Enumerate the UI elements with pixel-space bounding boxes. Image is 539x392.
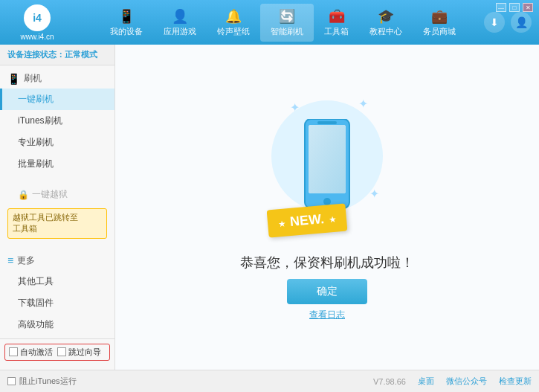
flash-section-icon: 📱 (7, 73, 20, 85)
flash-section-label: 刷机 (24, 72, 42, 85)
header: i4 www.i4.cn 📱 我的设备 👤 应用游戏 🔔 铃声壁纸 🔄 智能刷机 (0, 0, 539, 45)
jailbreak-note: 越狱工具已跳转至 工具箱 (7, 208, 107, 239)
flash-section-header[interactable]: 📱 刷机 (0, 68, 114, 89)
nav-toolbox[interactable]: 🧰 工具箱 (314, 4, 359, 42)
nav-bar: 📱 我的设备 👤 应用游戏 🔔 铃声壁纸 🔄 智能刷机 🧰 工具箱 🎓 (82, 4, 484, 42)
logo-url: www.i4.cn (20, 33, 54, 41)
nav-app-games[interactable]: 👤 应用游戏 (153, 4, 207, 42)
no-itunes-checkbox[interactable] (7, 377, 16, 385)
sparkle2-icon: ✦ (358, 97, 368, 111)
sidebar-item-pro-flash[interactable]: 专业刷机 (0, 132, 114, 153)
nav-smart-flash-label: 智能刷机 (271, 26, 303, 37)
lock-icon: 🔒 (18, 190, 29, 200)
more-section-icon: ≡ (7, 254, 13, 266)
footer: 阻止iTunes运行 V7.98.66 桌面 微信公众号 检查更新 (0, 370, 539, 392)
logo-area: i4 www.i4.cn (7, 4, 67, 41)
new-badge: NEW. (267, 203, 348, 237)
footer-left: 阻止iTunes运行 (7, 376, 77, 387)
device-name: iPhone 15 Pro Max (31, 368, 106, 370)
nav-service[interactable]: 💼 务员商城 (413, 4, 466, 42)
phone-illustration (301, 119, 353, 216)
phone-badge-container: ✦ ✦ ✦ (268, 93, 387, 242)
content-area: ✦ ✦ ✦ (115, 45, 539, 370)
more-section-header[interactable]: ≡ 更多 (0, 251, 114, 271)
success-illustration: ✦ ✦ ✦ (240, 93, 414, 271)
auto-activate-checkbox-label[interactable]: 自动激活 (9, 347, 53, 358)
nav-tutorial-label: 教程中心 (369, 26, 402, 37)
minimize-button[interactable]: — (496, 3, 506, 12)
device-info: 📱 iPhone 15 Pro Max 512GB iPhone (4, 365, 110, 370)
app-games-icon: 👤 (172, 8, 188, 25)
more-section: ≡ 更多 其他工具 下载固件 高级功能 (0, 248, 114, 338)
view-log-link[interactable]: 查看日志 (309, 309, 345, 321)
my-device-icon: 📱 (118, 8, 135, 25)
nav-service-label: 务员商城 (423, 26, 456, 37)
version-label: V7.98.66 (373, 377, 406, 386)
sidebar-status: 设备连接状态：正常模式 (0, 45, 114, 65)
sidebar-item-one-click-flash[interactable]: 一键刷机 (0, 89, 114, 110)
auto-activate-label: 自动激活 (20, 347, 53, 358)
check-update-link[interactable]: 检查更新 (499, 376, 532, 387)
smart-flash-icon: 🔄 (279, 8, 295, 25)
nav-app-games-label: 应用游戏 (164, 26, 196, 37)
nav-my-device[interactable]: 📱 我的设备 (100, 4, 153, 42)
tutorial-icon: 🎓 (378, 8, 394, 25)
window-controls: — □ ✕ (496, 3, 533, 12)
svg-rect-4 (317, 121, 337, 124)
download-button[interactable]: ⬇ (484, 12, 505, 33)
skip-guide-checkbox-label[interactable]: 跳过向导 (57, 347, 101, 358)
sidebar-item-other-tools[interactable]: 其他工具 (0, 271, 114, 292)
toolbox-icon: 🧰 (329, 8, 345, 25)
nav-tutorial[interactable]: 🎓 教程中心 (359, 4, 413, 42)
sparkle1-icon: ✦ (290, 100, 300, 115)
sidebar-item-jailbreak: 🔒 一键越狱 (0, 184, 114, 205)
confirm-button[interactable]: 确定 (287, 279, 367, 304)
nav-smart-flash[interactable]: 🔄 智能刷机 (260, 4, 314, 42)
svg-rect-2 (309, 125, 346, 193)
user-account-button[interactable]: 👤 (511, 12, 532, 33)
auto-activate-row: 自动激活 跳过向导 (4, 344, 110, 361)
sidebar-bottom: 自动激活 跳过向导 📱 iPhone 15 Pro Max 512GB iPho… (0, 338, 114, 370)
footer-right: V7.98.66 桌面 微信公众号 检查更新 (373, 376, 532, 387)
nav-ringtones-label: 铃声壁纸 (217, 26, 250, 37)
skip-guide-label: 跳过向导 (68, 347, 101, 358)
desktop-link[interactable]: 桌面 (418, 376, 434, 387)
nav-ringtones[interactable]: 🔔 铃声壁纸 (207, 4, 260, 42)
header-right-buttons: ⬇ 👤 (484, 12, 532, 33)
sidebar-item-itunes-flash[interactable]: iTunes刷机 (0, 110, 114, 132)
new-badge-text: NEW. (289, 211, 325, 229)
auto-activate-checkbox[interactable] (9, 347, 18, 356)
main-layout: 设备连接状态：正常模式 📱 刷机 一键刷机 iTunes刷机 专业刷机 批量刷机… (0, 45, 539, 370)
sparkle3-icon: ✦ (369, 187, 379, 201)
maximize-button[interactable]: □ (509, 3, 520, 12)
sidebar-item-advanced[interactable]: 高级功能 (0, 314, 114, 335)
ringtones-icon: 🔔 (225, 8, 242, 25)
sidebar: 设备连接状态：正常模式 📱 刷机 一键刷机 iTunes刷机 专业刷机 批量刷机… (0, 45, 115, 370)
no-itunes-label: 阻止iTunes运行 (19, 376, 77, 387)
sidebar-item-download-firmware[interactable]: 下载固件 (0, 292, 114, 314)
wechat-link[interactable]: 微信公众号 (446, 376, 487, 387)
nav-toolbox-label: 工具箱 (324, 26, 349, 37)
device-details: iPhone 15 Pro Max 512GB iPhone (31, 368, 106, 370)
nav-my-device-label: 我的设备 (110, 26, 143, 37)
close-button[interactable]: ✕ (523, 3, 533, 12)
service-icon: 💼 (431, 8, 448, 25)
skip-guide-checkbox[interactable] (57, 347, 66, 356)
success-text: 恭喜您，保资料刷机成功啦！ (240, 254, 414, 271)
flash-section: 📱 刷机 一键刷机 iTunes刷机 专业刷机 批量刷机 (0, 65, 114, 178)
sidebar-item-batch-flash[interactable]: 批量刷机 (0, 153, 114, 175)
logo-icon: i4 (24, 4, 51, 31)
more-section-label: 更多 (17, 254, 35, 267)
